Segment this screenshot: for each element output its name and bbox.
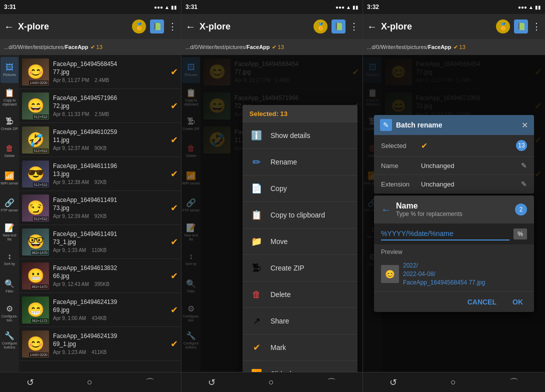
file-item-1-7[interactable]: 😁 562×1172 FaceApp_1649462413969.jpg Apr… — [19, 293, 181, 327]
batch-ext-edit[interactable]: ✎ — [521, 180, 527, 188]
panel-1: 3:31 ●●● ▲ ▮▮ ← X-plore 🏅 📗 ⋮ ...d/0/Wri… — [0, 0, 182, 392]
more-menu-3[interactable]: ⋮ — [532, 21, 541, 32]
preview-name: FaceApp_16494568454 77.jpg — [403, 279, 485, 286]
nav-recent-3[interactable]: ↺ — [390, 377, 397, 388]
sidebar-ftp-1[interactable]: 🔗 FTP server — [0, 192, 18, 218]
wifi-icon-3: ▲ — [528, 4, 534, 10]
file-item-1-2[interactable]: 🤣 512×512 FaceApp_1649461025911.jpg Apr … — [19, 123, 181, 157]
context-menu-overlay: Selected: 13 ℹ️ Show details ✏ Rename 📄 … — [182, 55, 362, 372]
batch-name-edit[interactable]: ✎ — [521, 162, 527, 170]
context-header: Selected: 13 — [242, 105, 358, 122]
file-item-1-0[interactable]: 😊 1440×3200 FaceApp_1649456845477.jpg Ap… — [19, 55, 181, 89]
file-item-1-4[interactable]: 😏 512×512 FaceApp_1649461149173.jpg Apr … — [19, 191, 181, 225]
context-mark[interactable]: ✔ Mark — [242, 334, 358, 361]
app-title-1: X-plore — [18, 22, 128, 32]
context-move[interactable]: 📁 Move — [242, 228, 358, 255]
dialog-overlay-3: ✎ Batch rename ✕ Selected ✔ 13 Name Unch… — [363, 55, 545, 372]
context-delete[interactable]: 🗑 Delete — [242, 282, 358, 308]
status-icons-2: ●●● ▲ ▮▮ — [336, 4, 358, 10]
path-check-1: ✔ 13 — [90, 44, 102, 50]
sidebar-label-sortby: Sort by — [4, 262, 15, 266]
nav-home-1[interactable]: ○ — [87, 377, 92, 388]
nav-recent-1[interactable]: ↺ — [26, 377, 34, 388]
nav-back-2[interactable]: ⌒ — [327, 376, 336, 388]
file-name-1-0: FaceApp_1649456845477.jpg — [53, 60, 168, 76]
preview-section: Preview 😊 2022/ 2022-04-08/ FaceApp_1649… — [374, 244, 534, 292]
rename-label: Rename — [270, 158, 297, 166]
show-details-label: Show details — [270, 132, 310, 140]
file-info-1-1: FaceApp_1649457196672.jpg Apr 8, 11:33 P… — [49, 94, 168, 116]
book-icon-1[interactable]: 📗 — [150, 20, 164, 34]
batch-selected-label: Selected — [381, 142, 421, 150]
batch-close-button[interactable]: ✕ — [522, 120, 528, 130]
sidebar-zip-1[interactable]: 🗜 Create ZIP — [0, 111, 18, 137]
nav-home-3[interactable]: ○ — [450, 377, 456, 388]
context-create-zip[interactable]: 🗜 Create ZIP — [242, 255, 358, 282]
file-name-1-5: FaceApp_1649461149173_1.jpg — [53, 230, 168, 246]
context-copy-clipboard[interactable]: 📋 Copy to clipboard — [242, 202, 358, 228]
path-check-3: ✔ 13 — [454, 44, 466, 50]
sidebar-filter-1[interactable]: 🔍 Filter — [0, 273, 18, 299]
file-name-1-2: FaceApp_1649461025911.jpg — [53, 128, 168, 144]
preview-year: 2022/ — [403, 262, 418, 269]
name-dialog-back-button[interactable]: ← — [381, 204, 391, 216]
time-2: 3:31 — [186, 4, 198, 10]
context-slideshow[interactable]: ▶️ Slideshow — [242, 361, 358, 372]
file-meta-1-8: Apr 9, 1:23 AM 411KB — [53, 350, 168, 355]
book-icon-3[interactable]: 📗 — [514, 20, 528, 34]
file-item-1-8[interactable]: 😊 1440×3200 FaceApp_1649462413969_1.jpg … — [19, 327, 181, 361]
file-item-1-5[interactable]: 🤓 862×1470 FaceApp_1649461149173_1.jpg A… — [19, 225, 181, 259]
sidebar-config-1[interactable]: ⚙ Configura­tion — [0, 300, 18, 326]
back-button-1[interactable]: ← — [4, 21, 14, 32]
sidebar-pictures-1[interactable]: 🖼 Pictures — [0, 57, 18, 83]
file-check-1-4: ✔ — [170, 202, 178, 214]
sidebar-label-newfile: New text file — [0, 234, 18, 241]
file-item-1-6[interactable]: 😬 862×1470 FaceApp_1649461383266.jpg Apr… — [19, 259, 181, 293]
sidebar-sortby-1[interactable]: ↕ Sort by — [0, 246, 18, 272]
context-share[interactable]: ↗ Share — [242, 308, 358, 334]
more-menu-1[interactable]: ⋮ — [168, 21, 177, 32]
path-text-3: ...d/0/Writer/test/pictures/FaceApp — [367, 44, 452, 50]
preview-label: Preview — [381, 248, 527, 256]
file-item-1-3[interactable]: 😎 512×512 FaceApp_1649461119613.jpg Apr … — [19, 157, 181, 191]
file-thumb-1-7: 😁 562×1172 — [22, 296, 49, 324]
sidebar-delete-1[interactable]: 🗑 Delete — [0, 138, 18, 164]
cancel-button[interactable]: CANCEL — [464, 296, 500, 308]
slideshow-icon: ▶️ — [250, 367, 264, 372]
file-item-1-1[interactable]: 😄 512×512 FaceApp_1649457196672.jpg Apr … — [19, 89, 181, 123]
file-list-1[interactable]: 😊 1440×3200 FaceApp_1649456845477.jpg Ap… — [19, 55, 181, 372]
ok-button[interactable]: OK — [508, 296, 527, 308]
sidebar-wifi-1[interactable]: 📶 WiFi server — [0, 165, 18, 191]
battery-icon-1: ▮▮ — [171, 4, 177, 10]
name-dialog-title: Name — [396, 202, 510, 210]
time-3: 3:32 — [367, 4, 379, 10]
name-input-field[interactable] — [381, 228, 510, 240]
nav-recent-2[interactable]: ↺ — [208, 377, 216, 388]
coin-icon-2[interactable]: 🏅 — [314, 20, 328, 34]
sidebar-label-delete: Delete — [4, 154, 14, 158]
context-rename[interactable]: ✏ Rename — [242, 149, 358, 176]
more-menu-2[interactable]: ⋮ — [350, 21, 358, 32]
wifi-icon-s1: 📶 — [4, 171, 14, 180]
book-icon-2[interactable]: 📗 — [332, 20, 346, 34]
context-copy[interactable]: 📄 Copy — [242, 176, 358, 202]
sidebar-newfile-1[interactable]: 📝 New text file — [0, 219, 18, 245]
sidebar-configbtn-1[interactable]: 🔧 Configure buttons — [0, 327, 18, 353]
back-button-3[interactable]: ← — [367, 21, 377, 32]
file-meta-1-6: Apr 9, 12:43 AM 395KB — [53, 282, 168, 287]
nav-home-2[interactable]: ○ — [268, 377, 274, 388]
coin-icon-1[interactable]: 🏅 — [132, 20, 146, 34]
batch-ext-label: Extension — [381, 180, 421, 188]
percent-button[interactable]: % — [514, 228, 527, 240]
copy-label: Copy — [270, 184, 287, 192]
sidebar-clipboard-1[interactable]: 📋 Copy to clipboard — [0, 84, 18, 110]
file-thumb-1-0: 😊 1440×3200 — [22, 58, 49, 86]
app-bar-icons-1: 🏅 📗 ⋮ — [132, 20, 177, 34]
context-show-details[interactable]: ℹ️ Show details — [242, 122, 358, 149]
filter-icon-1: 🔍 — [4, 279, 14, 288]
back-button-2[interactable]: ← — [186, 21, 196, 32]
nav-back-1[interactable]: ⌒ — [146, 376, 154, 388]
app-title-2: X-plore — [200, 22, 310, 32]
nav-back-3[interactable]: ⌒ — [510, 376, 518, 388]
coin-icon-3[interactable]: 🏅 — [496, 20, 510, 34]
